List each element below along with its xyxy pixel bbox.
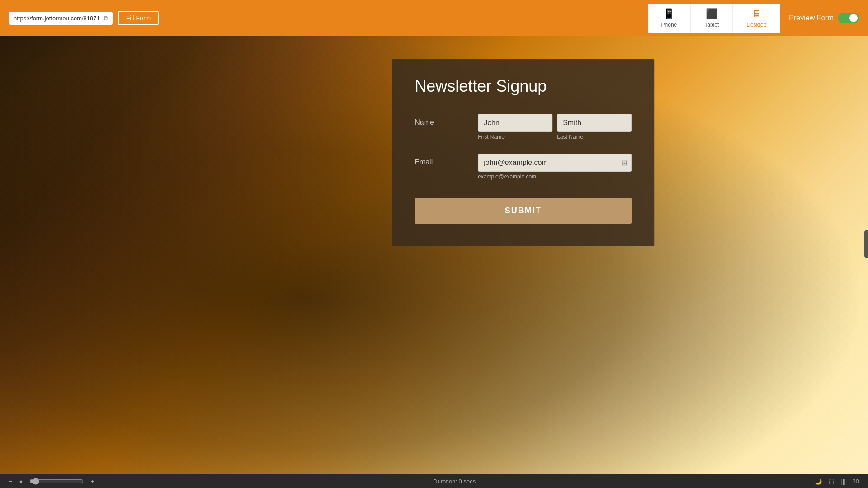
email-icon: ⊞ — [621, 159, 627, 167]
desktop-label: Desktop — [746, 22, 766, 28]
zoom-circle-icon: ● — [19, 478, 23, 485]
bottom-left: − ● + — [9, 478, 94, 485]
email-fields: ⊞ example@example.com — [478, 154, 632, 180]
fill-form-button[interactable]: Fill Form — [118, 11, 159, 25]
zoom-minus-icon[interactable]: − — [9, 478, 13, 485]
last-name-group: Last Name — [557, 114, 632, 140]
preview-form-section: Preview Form — [789, 13, 859, 23]
tablet-icon: ⬛ — [706, 8, 718, 20]
first-name-input[interactable] — [478, 114, 552, 132]
zoom-badge: 30 — [853, 478, 859, 485]
bottom-center: Duration: 0 secs — [433, 478, 476, 485]
duration-label: Duration: 0 secs — [433, 478, 476, 485]
url-text: https://form.jotformeu.com/81971 — [14, 15, 100, 22]
email-row: Email ⊞ example@example.com — [415, 154, 632, 180]
name-row: Name First Name Last Name — [415, 114, 632, 140]
email-label: Email — [415, 154, 469, 166]
tablet-label: Tablet — [704, 22, 719, 28]
zoom-plus-icon[interactable]: + — [90, 478, 94, 485]
form-container: Newsletter Signup Name First Name Last N… — [392, 59, 654, 246]
submit-button[interactable]: SUBMIT — [415, 198, 632, 224]
desktop-device-button[interactable]: 🖥 Desktop — [733, 4, 780, 33]
name-label: Name — [415, 114, 469, 127]
toolbar: https://form.jotformeu.com/81971 ⧉ Fill … — [0, 0, 868, 36]
last-name-sublabel: Last Name — [557, 134, 632, 140]
image-icon[interactable]: ⬚ — [829, 478, 834, 485]
url-bar: https://form.jotformeu.com/81971 ⧉ — [9, 12, 113, 25]
device-buttons: 📱 Phone ⬛ Tablet 🖥 Desktop — [648, 4, 780, 33]
name-inputs-group: First Name Last Name — [478, 114, 632, 140]
preview-form-label: Preview Form — [789, 14, 834, 22]
form-title: Newsletter Signup — [415, 77, 632, 96]
preview-form-toggle[interactable] — [838, 13, 859, 23]
phone-icon: 📱 — [663, 8, 675, 20]
bottom-bar: − ● + Duration: 0 secs 🌙 ⬚ ||| 30 — [0, 474, 868, 488]
signal-icon: ||| — [841, 478, 845, 485]
first-name-group: First Name — [478, 114, 552, 140]
zoom-slider[interactable] — [29, 478, 84, 485]
name-fields: First Name Last Name — [478, 114, 632, 140]
tablet-device-button[interactable]: ⬛ Tablet — [691, 4, 733, 33]
main-content: Newsletter Signup Name First Name Last N… — [0, 36, 868, 474]
phone-device-button[interactable]: 📱 Phone — [648, 4, 691, 33]
desktop-icon: 🖥 — [751, 8, 761, 20]
phone-label: Phone — [661, 22, 677, 28]
email-input-wrapper: ⊞ — [478, 154, 632, 172]
email-sublabel: example@example.com — [478, 174, 632, 180]
external-link-icon[interactable]: ⧉ — [104, 14, 108, 22]
first-name-sublabel: First Name — [478, 134, 552, 140]
email-input[interactable] — [478, 154, 632, 172]
last-name-input[interactable] — [557, 114, 632, 132]
moon-icon[interactable]: 🌙 — [815, 478, 822, 485]
bottom-right: 🌙 ⬚ ||| 30 — [815, 478, 859, 485]
right-edge-tab — [864, 230, 868, 258]
